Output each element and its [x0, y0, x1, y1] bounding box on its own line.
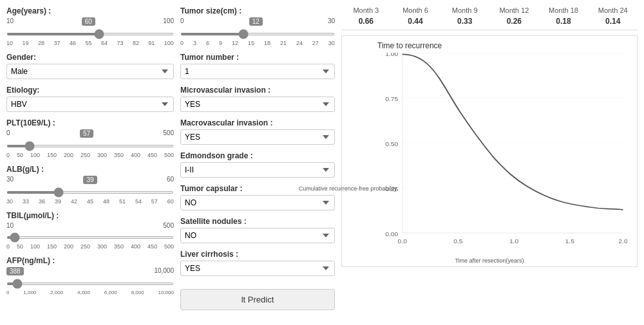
- plt-slider-wrapper[interactable]: [6, 140, 174, 149]
- edmondson-group: Edmondson grade : I-IIIII-IV: [180, 151, 335, 178]
- month-12-value: 0.26: [489, 17, 539, 26]
- middle-panel: Tumor size(cm) : 0 12 30 036912151821242…: [180, 6, 335, 319]
- age-ticks: 10192837465564738291100: [6, 40, 174, 46]
- alb-label: ALB(g/L) :: [6, 165, 174, 174]
- etiology-select[interactable]: HBVHCVAlcoholOther: [6, 97, 174, 112]
- satellite-select[interactable]: NOYES: [180, 228, 335, 243]
- svg-text:0.5: 0.5: [453, 238, 463, 245]
- tumor-size-ticks: 036912151821242730: [180, 40, 335, 46]
- alb-slider[interactable]: [6, 191, 174, 194]
- edmondson-select[interactable]: I-IIIII-IV: [180, 162, 335, 178]
- afp-slider[interactable]: [6, 283, 174, 285]
- month-12-col: Month 12 0.26: [489, 6, 539, 26]
- month-24-col: Month 24 0.14: [588, 6, 638, 26]
- month-6-col: Month 6 0.44: [391, 6, 440, 26]
- month-24-value: 0.14: [588, 17, 638, 26]
- tumor-number-select[interactable]: 123≥4: [180, 64, 335, 79]
- tumor-size-slider-wrapper[interactable]: [180, 28, 335, 37]
- satellite-label: Satellite nodules :: [180, 217, 335, 226]
- plt-value: 57: [80, 129, 93, 138]
- gender-select[interactable]: MaleFemale: [6, 64, 174, 79]
- alb-value: 39: [83, 176, 97, 184]
- tumor-size-label: Tumor size(cm) :: [180, 6, 335, 15]
- tumor-capsular-select[interactable]: NOYES: [180, 195, 335, 210]
- month-12-label: Month 12: [489, 6, 539, 14]
- macrovascular-label: Macrovascular invasion :: [180, 118, 335, 127]
- tbil-group: TBIL(μmol/L) : 10 500 050100150200250300…: [6, 211, 174, 250]
- tumor-size-value: 12: [249, 17, 263, 26]
- month-6-value: 0.44: [391, 17, 440, 26]
- tbil-max: 500: [163, 222, 174, 229]
- age-group: Age(years) : 10 60 100 10192837465564738…: [6, 6, 174, 46]
- tumor-size-max: 30: [328, 17, 335, 26]
- month-9-value: 0.33: [440, 17, 489, 26]
- svg-text:0.75: 0.75: [385, 95, 399, 102]
- tbil-slider-wrapper[interactable]: [6, 232, 174, 241]
- month-18-label: Month 18: [539, 6, 589, 14]
- afp-value: 388: [6, 267, 24, 275]
- age-value: 60: [82, 17, 95, 26]
- plt-min: 0: [6, 129, 10, 138]
- liver-cirrhosis-label: Liver cirrhosis :: [180, 250, 335, 259]
- afp-ticks: 01,0002,0004,0006,0008,00010,000: [6, 290, 174, 295]
- svg-text:0.50: 0.50: [385, 140, 399, 147]
- month-3-value: 0.66: [341, 17, 391, 26]
- month-9-col: Month 9 0.33: [440, 6, 489, 26]
- etiology-label: Etiology:: [6, 86, 174, 95]
- tbil-slider[interactable]: [6, 236, 174, 239]
- macrovascular-select[interactable]: YESNO: [180, 129, 335, 145]
- alb-slider-wrapper[interactable]: [6, 187, 174, 196]
- afp-max: 10,000: [154, 267, 174, 275]
- predict-button[interactable]: lt Predict: [180, 289, 335, 310]
- tumor-size-slider[interactable]: [180, 33, 335, 35]
- months-table: Month 3 0.66 Month 6 0.44 Month 9 0.33 M…: [341, 6, 638, 30]
- plt-label: PLT(10E9/L) :: [6, 118, 174, 127]
- afp-label: AFP(ng/mL) :: [6, 256, 174, 265]
- tbil-min: 10: [6, 222, 14, 229]
- gender-group: Gender: MaleFemale: [6, 53, 174, 79]
- age-slider-wrapper[interactable]: [6, 28, 174, 37]
- age-min: 10: [6, 17, 14, 26]
- liver-cirrhosis-group: Liver cirrhosis : YESNO: [180, 250, 335, 276]
- tumor-size-min: 0: [180, 17, 184, 26]
- gender-label: Gender:: [6, 53, 174, 62]
- chart-title: Time to recurrence: [377, 41, 627, 50]
- alb-min: 30: [6, 176, 14, 184]
- alb-ticks: 3033363942454851545760: [6, 198, 174, 205]
- month-24-label: Month 24: [588, 6, 638, 14]
- x-axis-label: Time after resection(years): [455, 257, 524, 264]
- tbil-ticks: 050100150200250300350400450500: [6, 243, 174, 250]
- satellite-group: Satellite nodules : NOYES: [180, 217, 335, 243]
- alb-max: 60: [167, 176, 174, 184]
- survival-chart: 1.00 0.75 0.50 0.25 0.00 0.0 0.5 1.0 1.5…: [377, 53, 627, 255]
- liver-cirrhosis-select[interactable]: YESNO: [180, 261, 335, 276]
- svg-text:1.00: 1.00: [385, 53, 399, 57]
- svg-text:0.0: 0.0: [398, 238, 408, 245]
- right-panel: Month 3 0.66 Month 6 0.44 Month 9 0.33 M…: [341, 6, 638, 319]
- afp-group: AFP(ng/mL) : 388 10,000 01,0002,0004,000…: [6, 256, 174, 295]
- afp-slider-wrapper[interactable]: [6, 278, 174, 287]
- microvascular-select[interactable]: YESNO: [180, 97, 335, 112]
- plt-max: 500: [163, 129, 174, 138]
- macrovascular-group: Macrovascular invasion : YESNO: [180, 118, 335, 145]
- plt-slider[interactable]: [6, 145, 174, 147]
- svg-text:0.00: 0.00: [385, 230, 399, 237]
- age-label: Age(years) :: [6, 6, 174, 15]
- microvascular-group: Microvascular invasion : YESNO: [180, 86, 335, 112]
- tumor-size-group: Tumor size(cm) : 0 12 30 036912151821242…: [180, 6, 335, 46]
- chart-container: Time to recurrence Cumulative recurrence…: [341, 35, 638, 267]
- svg-text:1.5: 1.5: [565, 238, 575, 245]
- month-3-col: Month 3 0.66: [341, 6, 391, 26]
- age-max: 100: [163, 17, 174, 26]
- left-panel: Age(years) : 10 60 100 10192837465564738…: [6, 6, 174, 319]
- month-6-label: Month 6: [391, 6, 440, 14]
- month-3-label: Month 3: [341, 6, 391, 14]
- tbil-label: TBIL(μmol/L) :: [6, 211, 174, 220]
- microvascular-label: Microvascular invasion :: [180, 86, 335, 95]
- y-axis-label: Cumulative recurrence-free probability: [299, 185, 397, 192]
- plt-group: PLT(10E9/L) : 0 57 500 05010015020025030…: [6, 118, 174, 158]
- edmondson-label: Edmondson grade :: [180, 151, 335, 160]
- etiology-group: Etiology: HBVHCVAlcoholOther: [6, 86, 174, 112]
- svg-text:2.0: 2.0: [618, 238, 627, 245]
- age-slider[interactable]: [6, 33, 174, 35]
